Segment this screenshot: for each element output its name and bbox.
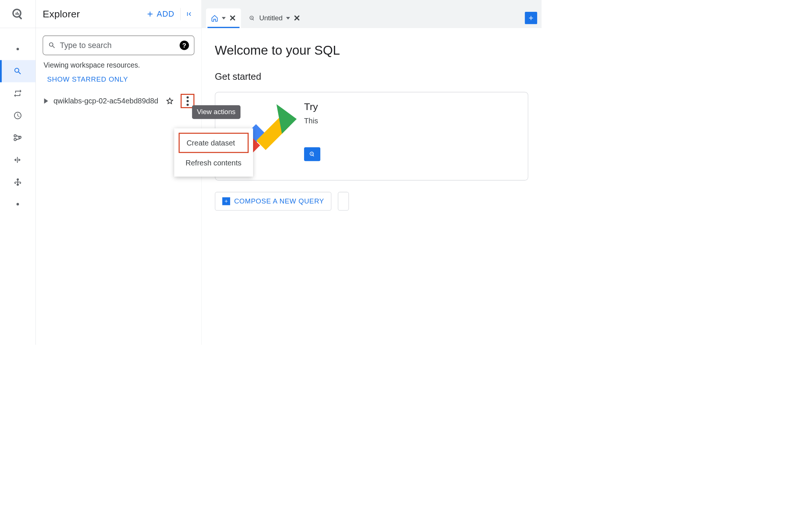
svg-rect-9 xyxy=(252,19,254,20)
svg-rect-17 xyxy=(312,154,313,154)
card-title: Try xyxy=(304,101,521,112)
close-icon[interactable]: ✕ xyxy=(229,13,236,23)
project-row[interactable]: qwiklabs-gcp-02-ac54ebd89d8d xyxy=(42,94,194,108)
menu-item-refresh-contents[interactable]: Refresh contents xyxy=(179,154,249,172)
onboarding-card: Try This xyxy=(215,92,528,181)
viewing-resources-text: Viewing workspace resources. xyxy=(44,61,194,69)
menu-item-create-dataset[interactable]: Create dataset xyxy=(179,133,249,153)
more-vert-icon xyxy=(187,96,189,106)
icon-sidebar xyxy=(0,0,36,345)
plus-icon xyxy=(146,10,154,18)
query-icon xyxy=(308,151,316,158)
search-icon xyxy=(48,41,56,49)
get-started-heading: Get started xyxy=(215,71,528,82)
plus-square-icon xyxy=(222,197,230,205)
chevron-down-icon[interactable] xyxy=(222,17,226,20)
sidebar-item-partner[interactable] xyxy=(0,171,35,193)
sidebar-item-dot-top[interactable] xyxy=(0,38,35,60)
project-name: qwiklabs-gcp-02-ac54ebd89d8d xyxy=(54,97,159,105)
explorer-header: Explorer ADD xyxy=(36,0,201,28)
divider xyxy=(180,8,181,20)
svg-rect-8 xyxy=(252,18,253,18)
svg-rect-1 xyxy=(16,13,16,15)
svg-rect-3 xyxy=(18,13,19,15)
sidebar-item-scheduled[interactable] xyxy=(0,105,35,127)
svg-rect-15 xyxy=(311,154,311,155)
sidebar-item-transfers[interactable] xyxy=(0,82,35,105)
expand-caret-icon[interactable] xyxy=(44,98,48,104)
collapse-panel-button[interactable] xyxy=(182,7,197,21)
tab-home[interactable]: ✕ xyxy=(206,8,241,28)
svg-rect-18 xyxy=(313,155,314,156)
svg-point-5 xyxy=(250,16,253,19)
svg-rect-16 xyxy=(312,153,312,154)
add-button[interactable]: ADD xyxy=(141,9,179,18)
compose-label: COMPOSE A NEW QUERY xyxy=(234,197,324,205)
home-icon xyxy=(211,14,218,22)
query-icon xyxy=(248,14,256,22)
svg-rect-2 xyxy=(17,12,18,15)
new-tab-button[interactable] xyxy=(525,12,537,24)
card-subtitle: This xyxy=(304,117,521,125)
svg-rect-6 xyxy=(251,17,252,18)
svg-rect-4 xyxy=(18,16,22,19)
explorer-panel: Explorer ADD ? Viewing workspace resourc… xyxy=(36,0,202,345)
sidebar-item-dot-bottom[interactable] xyxy=(0,193,35,215)
tabs-bar: ✕ Untitled ✕ xyxy=(202,0,542,28)
chevron-down-icon[interactable] xyxy=(286,17,290,20)
secondary-action-button[interactable] xyxy=(338,192,349,211)
card-action-button[interactable] xyxy=(304,147,320,161)
search-input[interactable] xyxy=(60,41,175,50)
compose-query-button[interactable]: COMPOSE A NEW QUERY xyxy=(215,192,332,211)
tab-untitled[interactable]: Untitled ✕ xyxy=(243,8,305,28)
sidebar-item-analytics-hub[interactable] xyxy=(0,127,35,149)
plus-icon xyxy=(528,14,535,21)
welcome-heading: Welcome to your SQL xyxy=(215,43,528,58)
add-label: ADD xyxy=(157,9,174,18)
help-icon[interactable]: ? xyxy=(180,41,189,50)
star-button[interactable] xyxy=(164,96,175,106)
tab-label: Untitled xyxy=(259,14,283,22)
explorer-search-box[interactable]: ? xyxy=(42,35,194,55)
sidebar-item-dataform[interactable] xyxy=(0,149,35,171)
star-outline-icon xyxy=(166,96,174,105)
explorer-title: Explorer xyxy=(42,8,141,20)
collapse-icon xyxy=(185,10,193,18)
show-starred-button[interactable]: SHOW STARRED ONLY xyxy=(47,76,128,83)
close-icon[interactable]: ✕ xyxy=(293,13,300,23)
svg-rect-7 xyxy=(252,17,252,18)
view-actions-tooltip: View actions xyxy=(192,105,240,119)
view-actions-menu: Create dataset Refresh contents xyxy=(174,129,253,177)
sidebar-item-search[interactable] xyxy=(0,60,35,82)
bigquery-logo[interactable] xyxy=(0,0,35,28)
